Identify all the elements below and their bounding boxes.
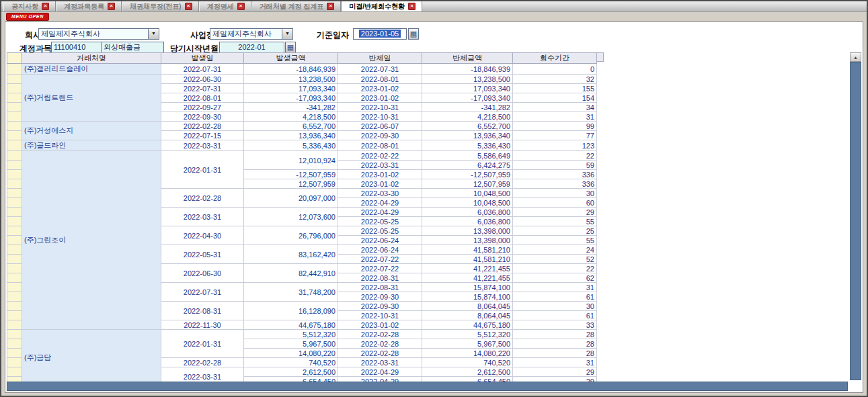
site-select[interactable]: 제일제지주식회사 ▼	[210, 28, 293, 40]
grid-cell-oamt[interactable]: 12,073,600	[244, 208, 338, 226]
grid-cell-odate[interactable]: 2022-04-30	[161, 226, 244, 245]
grid-cell-odate[interactable]: 2022-09-30	[161, 112, 244, 122]
grid-cell-cust[interactable]: (주)갤러리드슬레이	[22, 64, 161, 75]
vertical-scrollbar-thumb[interactable]	[850, 62, 861, 380]
grid-cell-ramt[interactable]: 13,238,500	[422, 75, 513, 84]
tab-close-icon[interactable]: ×	[108, 3, 115, 10]
grid-cell-days[interactable]: 123	[513, 140, 597, 151]
grid-cell-ramt[interactable]: 13,398,000	[422, 236, 513, 245]
chevron-down-icon[interactable]: ▼	[148, 29, 159, 39]
grid-cell-oamt[interactable]: 5,512,320	[244, 330, 338, 339]
grid-cell-ramt[interactable]: 41,221,455	[422, 264, 513, 273]
menu-open-button[interactable]: MENU OPEN	[6, 13, 49, 21]
grid-cell-days[interactable]: 34	[513, 103, 597, 112]
grid-cell-odate[interactable]: 2022-02-28	[161, 189, 244, 208]
grid-cell-ramt[interactable]: 6,552,700	[422, 122, 513, 131]
grid-cell-oamt[interactable]: 31,748,200	[244, 283, 338, 302]
grid-cell-days[interactable]: 55	[513, 217, 597, 226]
grid-cell-rdate[interactable]: 2023-01-02	[338, 93, 422, 103]
grid-cell-rdate[interactable]: 2022-02-28	[338, 339, 422, 349]
grid-cell-odate[interactable]: 2022-11-30	[161, 320, 244, 330]
grid-cell-oamt[interactable]: -17,093,340	[244, 93, 338, 103]
grid-cell-rdate[interactable]: 2023-01-02	[338, 320, 422, 330]
scroll-up-icon[interactable]: ▲	[850, 52, 861, 62]
grid-cell-rdate[interactable]: 2022-06-07	[338, 122, 422, 131]
grid-cell-oamt[interactable]: 16,128,090	[244, 302, 338, 320]
grid-cell-ramt[interactable]: 5,967,500	[422, 339, 513, 349]
row-selector[interactable]	[7, 245, 22, 255]
grid-cell-odate[interactable]: 2022-08-01	[161, 93, 244, 103]
grid-cell-rdate[interactable]: 2023-01-02	[338, 84, 422, 93]
grid-cell-days[interactable]: 22	[513, 264, 597, 273]
row-selector[interactable]	[7, 75, 22, 84]
grid-cell-ramt[interactable]: 8,064,045	[422, 311, 513, 320]
grid-cell-rdate[interactable]: 2022-02-28	[338, 330, 422, 339]
grid-cell-rdate[interactable]: 2022-03-30	[338, 189, 422, 198]
grid-cell-ramt[interactable]: 2,612,500	[422, 367, 513, 377]
column-header[interactable]: 거래처명	[22, 53, 161, 64]
grid-cell-oamt[interactable]: 4,218,500	[244, 112, 338, 122]
grid-cell-rdate[interactable]: 2022-08-01	[338, 140, 422, 151]
grid-cell-ramt[interactable]: -12,507,959	[422, 170, 513, 179]
grid-cell-oamt[interactable]: 12,507,959	[244, 179, 338, 189]
column-header[interactable]: 반제일	[338, 53, 422, 64]
grid-cell-days[interactable]: 28	[513, 330, 597, 339]
grid-cell-days[interactable]: 28	[513, 339, 597, 349]
grid-cell-days[interactable]: 336	[513, 170, 597, 179]
grid-cell-ramt[interactable]: 6,036,800	[422, 208, 513, 217]
grid-cell-days[interactable]: 99	[513, 122, 597, 131]
grid-cell-days[interactable]: 31	[513, 112, 597, 122]
grid-cell-rdate[interactable]: 2022-08-31	[338, 273, 422, 283]
grid-cell-ramt[interactable]: 15,874,100	[422, 292, 513, 302]
grid-cell-oamt[interactable]: 83,162,420	[244, 245, 338, 264]
grid-cell-days[interactable]: 30	[513, 189, 597, 198]
grid-cell-oamt[interactable]: -18,846,939	[244, 64, 338, 75]
grid-cell-rdate[interactable]: 2022-03-31	[338, 358, 422, 367]
grid-cell-rdate[interactable]: 2022-09-30	[338, 131, 422, 140]
grid-cell-odate[interactable]: 2022-07-31	[161, 283, 244, 302]
grid-cell-rdate[interactable]: 2022-02-22	[338, 151, 422, 161]
row-selector[interactable]	[7, 339, 22, 349]
tab-4[interactable]: 계정명세×	[199, 1, 251, 11]
grid-cell-rdate[interactable]: 2022-09-30	[338, 292, 422, 302]
grid-cell-cust[interactable]: (주)그린조이	[22, 151, 161, 330]
grid-cell-oamt[interactable]: -341,282	[244, 103, 338, 112]
grid-cell-rdate[interactable]: 2022-10-31	[338, 311, 422, 320]
row-selector[interactable]	[7, 320, 22, 330]
grid-cell-ramt[interactable]: 41,221,455	[422, 273, 513, 283]
row-selector[interactable]	[7, 302, 22, 311]
grid-cell-ramt[interactable]: -18,846,939	[422, 64, 513, 75]
grid-cell-odate[interactable]: 2022-02-28	[161, 122, 244, 131]
grid-cell-rdate[interactable]: 2022-10-31	[338, 112, 422, 122]
grid-cell-days[interactable]: 30	[513, 302, 597, 311]
row-selector[interactable]	[7, 217, 22, 226]
grid-cell-odate[interactable]: 2022-07-31	[161, 84, 244, 93]
tab-close-icon[interactable]: ×	[185, 3, 192, 10]
grid-cell-days[interactable]: 32	[513, 75, 597, 84]
grid-cell-rdate[interactable]: 2022-06-24	[338, 236, 422, 245]
grid-cell-rdate[interactable]: 2022-08-31	[338, 283, 422, 292]
grid-cell-ramt[interactable]: 6,036,800	[422, 217, 513, 226]
grid-cell-days[interactable]: 24	[513, 245, 597, 255]
chevron-down-icon[interactable]: ▼	[282, 29, 292, 39]
row-selector[interactable]	[7, 131, 22, 140]
grid-cell-ramt[interactable]: 44,675,180	[422, 320, 513, 330]
grid-cell-days[interactable]: 29	[513, 367, 597, 377]
column-header[interactable]: 반제금액	[422, 53, 513, 64]
grid-cell-days[interactable]: 25	[513, 226, 597, 236]
grid-cell-ramt[interactable]: 6,424,275	[422, 161, 513, 170]
grid-cell-ramt[interactable]: 13,398,000	[422, 226, 513, 236]
grid-cell-days[interactable]: 28	[513, 349, 597, 358]
row-selector[interactable]	[7, 208, 22, 217]
row-selector[interactable]	[7, 103, 22, 112]
grid-cell-days[interactable]: 155	[513, 84, 597, 93]
account-name-input[interactable]: 외상매출금	[101, 42, 164, 53]
grid-cell-odate[interactable]: 2022-07-31	[161, 64, 244, 75]
grid-cell-odate[interactable]: 2022-09-27	[161, 103, 244, 112]
grid-cell-cust[interactable]: (주)거림트렌드	[22, 75, 161, 122]
row-selector[interactable]	[7, 170, 22, 179]
row-selector[interactable]	[7, 283, 22, 292]
grid-cell-days[interactable]: 336	[513, 179, 597, 189]
grid-cell-oamt[interactable]: 44,675,180	[244, 320, 338, 330]
row-selector[interactable]	[7, 140, 22, 151]
